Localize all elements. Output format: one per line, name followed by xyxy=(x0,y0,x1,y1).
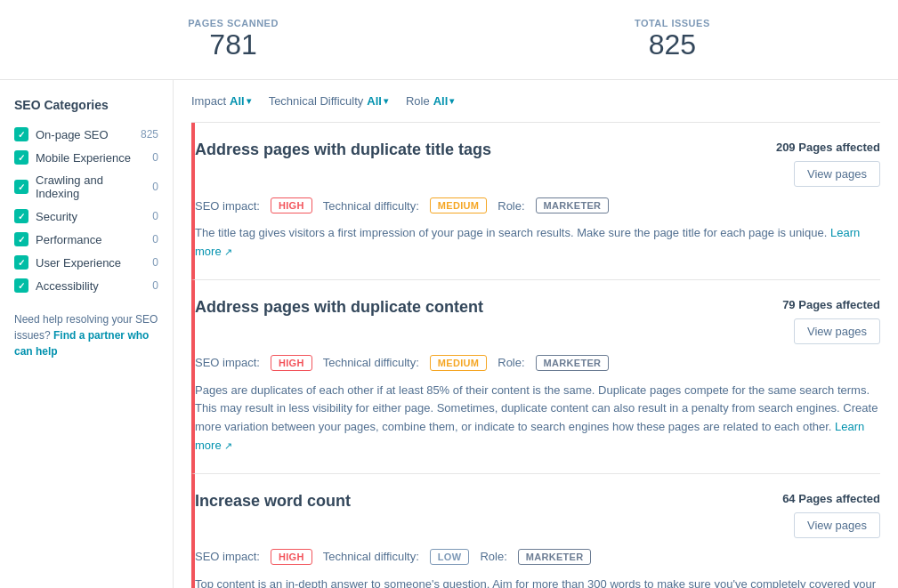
pages-affected-2: 79 Pages affected xyxy=(782,298,880,311)
sidebar-item-label: Security xyxy=(36,210,145,223)
content-area: Impact All Technical Difficulty All Role… xyxy=(174,80,898,588)
sidebar-item-count: 0 xyxy=(152,151,158,164)
view-pages-button-3[interactable]: View pages xyxy=(794,512,880,538)
sidebar-item-count: 0 xyxy=(152,210,158,222)
sidebar-item-performance[interactable]: Performance 0 xyxy=(14,228,158,251)
role-filter[interactable]: Role All xyxy=(406,94,454,108)
tech-difficulty-filter[interactable]: Technical Difficulty All xyxy=(269,94,388,108)
sidebar-item-label: Performance xyxy=(36,233,145,246)
tech-difficulty-label: Technical Difficulty xyxy=(269,94,364,108)
checkbox-icon xyxy=(14,278,28,293)
impact-badge-1: HIGH xyxy=(271,197,312,213)
role-badge-1: MARKETER xyxy=(536,197,610,213)
impact-badge-3: HIGH xyxy=(271,549,312,565)
checkbox-icon xyxy=(14,180,28,194)
sidebar: SEO Categories On-page SEO 825 Mobile Ex… xyxy=(0,80,174,588)
issue-card-2: Address pages with duplicate content 79 … xyxy=(191,280,880,474)
pages-scanned-value: 781 xyxy=(188,28,279,61)
sidebar-item-count: 0 xyxy=(152,279,158,292)
tech-diff-label-3: Technical difficulty: xyxy=(323,550,419,563)
pages-scanned-stat: PAGES SCANNED 781 xyxy=(188,18,279,61)
impact-filter[interactable]: Impact All xyxy=(191,94,251,108)
sidebar-item-crawling-indexing[interactable]: Crawling and Indexing 0 xyxy=(14,169,158,205)
issue-right-1: 209 Pages affected View pages xyxy=(776,141,880,187)
top-stats-bar: PAGES SCANNED 781 TOTAL ISSUES 825 xyxy=(0,0,898,80)
impact-label-3: SEO impact: xyxy=(195,550,260,563)
sidebar-item-label: Mobile Experience xyxy=(36,151,145,165)
tech-diff-label-1: Technical difficulty: xyxy=(323,199,419,213)
total-issues-stat: TOTAL ISSUES 825 xyxy=(635,18,710,61)
filter-bar: Impact All Technical Difficulty All Role… xyxy=(191,80,880,123)
sidebar-item-count: 0 xyxy=(152,233,158,246)
total-issues-value: 825 xyxy=(635,28,710,61)
issue-card-1: Address pages with duplicate title tags … xyxy=(191,123,880,280)
tech-diff-label-2: Technical difficulty: xyxy=(323,356,419,369)
tech-difficulty-value[interactable]: All xyxy=(367,94,388,108)
impact-filter-value[interactable]: All xyxy=(230,94,251,108)
checkbox-icon xyxy=(14,209,28,223)
sidebar-item-mobile-experience[interactable]: Mobile Experience 0 xyxy=(14,146,158,169)
sidebar-item-accessibility[interactable]: Accessibility 0 xyxy=(14,274,158,297)
tech-diff-badge-1: MEDIUM xyxy=(430,197,487,213)
issue-desc-1: The title tag gives visitors a first imp… xyxy=(195,224,880,262)
role-filter-value[interactable]: All xyxy=(433,94,455,108)
sidebar-item-count: 0 xyxy=(152,256,158,269)
sidebar-item-user-experience[interactable]: User Experience 0 xyxy=(14,251,158,274)
sidebar-item-on-page-seo[interactable]: On-page SEO 825 xyxy=(14,123,158,146)
role-label-1: Role: xyxy=(498,199,524,213)
sidebar-item-label: User Experience xyxy=(36,256,145,270)
view-pages-button-1[interactable]: View pages xyxy=(794,161,880,187)
role-label-3: Role: xyxy=(480,550,506,563)
sidebar-item-count: 825 xyxy=(141,128,158,141)
sidebar-item-label: Crawling and Indexing xyxy=(36,173,145,200)
checkbox-icon xyxy=(14,232,28,246)
checkbox-icon xyxy=(14,150,28,165)
issue-desc-3: Top content is an in-depth answer to som… xyxy=(195,576,880,588)
impact-label-1: SEO impact: xyxy=(195,199,260,213)
view-pages-button-2[interactable]: View pages xyxy=(794,318,880,344)
sidebar-item-label: On-page SEO xyxy=(36,128,133,141)
issue-desc-2: Pages are duplicates of each other if at… xyxy=(195,382,880,455)
issue-title-2: Address pages with duplicate content xyxy=(195,298,483,317)
tech-diff-badge-3: LOW xyxy=(430,549,470,565)
issue-title-1: Address pages with duplicate title tags xyxy=(195,141,491,159)
role-badge-2: MARKETER xyxy=(536,355,610,371)
role-filter-label: Role xyxy=(406,94,430,108)
issue-card-3: Increase word count 64 Pages affected Vi… xyxy=(191,474,880,588)
role-badge-3: MARKETER xyxy=(518,549,592,565)
impact-label-2: SEO impact: xyxy=(195,356,260,369)
impact-badge-2: HIGH xyxy=(271,355,312,371)
role-label-2: Role: xyxy=(498,356,524,369)
sidebar-item-count: 0 xyxy=(152,181,158,193)
issue-right-3: 64 Pages affected View pages xyxy=(782,492,880,538)
checkbox-icon xyxy=(14,127,28,141)
impact-filter-label: Impact xyxy=(191,94,226,108)
sidebar-help-text: Need help resolving your SEO issues? Fin… xyxy=(14,311,158,359)
sidebar-item-security[interactable]: Security 0 xyxy=(14,205,158,228)
sidebar-item-label: Accessibility xyxy=(36,279,145,293)
issue-title-3: Increase word count xyxy=(195,492,351,511)
issue-right-2: 79 Pages affected View pages xyxy=(782,298,880,344)
checkbox-icon xyxy=(14,255,28,270)
sidebar-title: SEO Categories xyxy=(14,98,158,112)
tech-diff-badge-2: MEDIUM xyxy=(430,355,487,371)
total-issues-label: TOTAL ISSUES xyxy=(635,18,710,28)
pages-affected-1: 209 Pages affected xyxy=(776,141,880,154)
pages-scanned-label: PAGES SCANNED xyxy=(188,18,279,28)
pages-affected-3: 64 Pages affected xyxy=(782,492,880,505)
